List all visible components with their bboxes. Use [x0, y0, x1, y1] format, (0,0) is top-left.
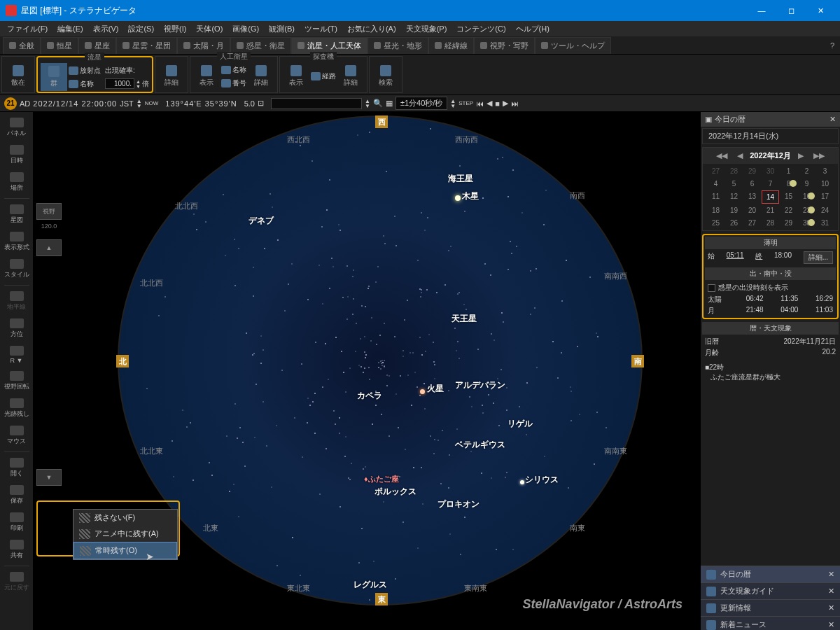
cal-day-24[interactable]: 24	[816, 204, 834, 216]
side-星図[interactable]: 星図	[2, 202, 31, 227]
side-マウス[interactable]: マウス	[2, 423, 31, 449]
menu-item[interactable]: 天文現象(P)	[402, 22, 451, 36]
day-badge[interactable]: 21	[4, 97, 17, 110]
menu-item[interactable]: 視野(I)	[160, 22, 190, 36]
tab-太陽・月[interactable]: 太陽・月	[177, 37, 230, 54]
side-共有[interactable]: 共有	[2, 537, 31, 563]
trail-option-2[interactable]: 常時残す(O)	[74, 542, 177, 559]
cal-day-12[interactable]: 12	[725, 190, 743, 204]
side-保存[interactable]: 保存	[2, 482, 31, 508]
side-視野回転[interactable]: 視野回転	[2, 368, 31, 394]
zoom-out-button[interactable]: ▼	[36, 469, 62, 486]
minimize-button[interactable]: —	[748, 1, 776, 20]
cal-day-15[interactable]: 15	[780, 190, 797, 204]
tab-恒星[interactable]: 恒星	[41, 37, 78, 54]
bottom-tab-0[interactable]: 今日の暦✕	[701, 566, 840, 582]
cal-day-7[interactable]: 7	[762, 178, 779, 190]
search-button[interactable]: 検索	[372, 62, 399, 90]
cal-day-20[interactable]: 20	[743, 204, 761, 216]
tab-ツール・ヘルプ[interactable]: ツール・ヘルプ	[535, 37, 611, 54]
cal-prev-month[interactable]: ◀	[734, 151, 746, 160]
probability-input[interactable]	[105, 78, 134, 89]
bottom-tab-1[interactable]: 天文現象ガイド✕	[701, 582, 840, 599]
panel-close[interactable]: ✕	[828, 620, 834, 629]
meteor-detail-button[interactable]: 詳細	[158, 62, 185, 90]
cal-day-22[interactable]: 22	[780, 204, 797, 216]
menu-item[interactable]: コンテンツ(C)	[452, 22, 510, 36]
cal-day-13[interactable]: 13	[743, 190, 761, 204]
cal-day-31[interactable]: 31	[816, 217, 834, 229]
cal-next-month[interactable]: ▶	[795, 151, 806, 160]
prev-button[interactable]: ◀	[486, 99, 492, 108]
cal-day-18[interactable]: 18	[707, 204, 724, 216]
menu-item[interactable]: お気に入り(A)	[343, 22, 400, 36]
side-場所[interactable]: 場所	[2, 169, 31, 195]
cal-day-8[interactable]: 8	[780, 178, 797, 190]
cal-day-29[interactable]: 29	[780, 217, 797, 229]
bottom-tab-2[interactable]: 更新情報✕	[701, 599, 840, 616]
timezone-label[interactable]: JST	[120, 99, 134, 108]
search-icon[interactable]: 🔍	[373, 99, 383, 108]
cal-day-30[interactable]: 30	[762, 165, 779, 177]
probe-show-button[interactable]: 表示	[283, 62, 309, 90]
cal-day-25[interactable]: 25	[707, 217, 724, 229]
twilight-detail-button[interactable]: 詳細...	[804, 251, 833, 264]
cal-day-6[interactable]: 6	[743, 178, 761, 190]
panel-close[interactable]: ✕	[828, 587, 834, 596]
panel-close[interactable]: ✕	[828, 603, 834, 612]
side-印刷[interactable]: 印刷	[2, 510, 31, 536]
side-R ▼[interactable]: R ▼	[2, 343, 31, 367]
cal-day-29[interactable]: 29	[743, 165, 761, 177]
cal-day-27[interactable]: 27	[707, 165, 724, 177]
tab-星座[interactable]: 星座	[78, 37, 116, 54]
spinner-up[interactable]: ▲	[136, 79, 141, 84]
bottom-tab-3[interactable]: 新着ニュース✕	[701, 616, 840, 630]
sky-view[interactable]: 視野 120.0 ▲ ▼ 西 北 南 東 西北西 西南西 北北西 南西 北北西 …	[34, 112, 700, 630]
side-方位[interactable]: 方位	[2, 316, 31, 342]
fov-field[interactable]: 5.0	[244, 99, 255, 108]
cal-day-17[interactable]: 17	[816, 190, 834, 204]
tab-視野・写野[interactable]: 視野・写野	[474, 37, 535, 54]
stop-button[interactable]: ■	[495, 99, 500, 108]
cal-day-30[interactable]: 30	[798, 217, 816, 229]
datetime-field[interactable]: 2022/12/14 22:00:00	[33, 99, 117, 108]
side-スタイル[interactable]: スタイル	[2, 256, 31, 282]
cal-day-10[interactable]: 10	[816, 178, 834, 190]
side-開く[interactable]: 開く	[2, 455, 31, 481]
now-button[interactable]: NOW	[145, 100, 159, 106]
cal-day-27[interactable]: 27	[743, 217, 761, 229]
panel-close[interactable]: ✕	[828, 570, 834, 579]
satellite-name-toggle[interactable]: 名称	[221, 64, 246, 76]
fov-label-box[interactable]: 視野	[36, 203, 62, 220]
planet-times-checkbox[interactable]	[708, 284, 715, 292]
cal-day-28[interactable]: 28	[762, 217, 779, 229]
tab-惑星・衛星[interactable]: 惑星・衛星	[230, 37, 291, 54]
satellite-number-toggle[interactable]: 番号	[221, 77, 246, 90]
tab-昼光・地形[interactable]: 昼光・地形	[368, 37, 428, 54]
fov-icon[interactable]: ⊡	[258, 99, 264, 108]
menu-item[interactable]: 表示(V)	[89, 22, 123, 36]
search-field[interactable]	[271, 98, 362, 109]
probe-detail-button[interactable]: 詳細	[337, 62, 364, 90]
cal-day-21[interactable]: 21	[762, 204, 779, 216]
tab-全般[interactable]: 全般	[3, 37, 41, 54]
cal-day-9[interactable]: 9	[798, 178, 816, 190]
speed-field[interactable]: ±1分40秒/秒	[396, 97, 447, 110]
cal-day-28[interactable]: 28	[725, 165, 743, 177]
cal-day-3[interactable]: 3	[816, 165, 834, 177]
cal-day-14[interactable]: 14	[762, 190, 779, 204]
probe-route-toggle[interactable]: 経路	[311, 70, 336, 83]
satellite-detail-button[interactable]: 詳細	[248, 62, 274, 90]
side-日時[interactable]: 日時	[2, 142, 31, 168]
cal-day-1[interactable]: 1	[780, 165, 797, 177]
cal-day-16[interactable]: 16	[798, 190, 816, 204]
trail-option-1[interactable]: アニメ中に残す(A)	[74, 526, 177, 542]
menu-item[interactable]: ヘルプ(H)	[512, 22, 554, 36]
maximize-button[interactable]: ◻	[777, 1, 805, 20]
tab-流星・人工天体[interactable]: 流星・人工天体	[291, 37, 368, 54]
side-表示形式[interactable]: 表示形式	[2, 229, 31, 255]
play-button[interactable]: ▶	[503, 99, 508, 108]
meteor-name-toggle[interactable]: 名称	[69, 78, 101, 90]
list-icon[interactable]: ▦	[386, 99, 393, 108]
menu-item[interactable]: ファイル(F)	[3, 22, 52, 36]
